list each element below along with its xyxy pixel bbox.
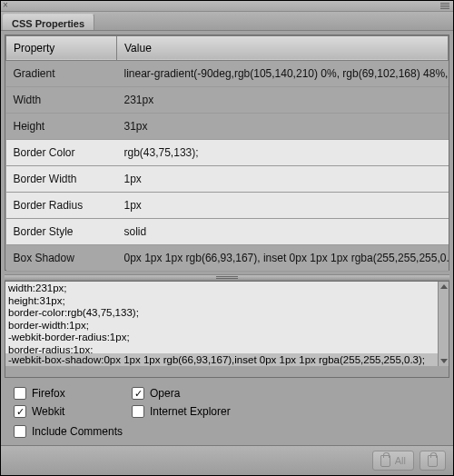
- properties-table: Property Value Gradientlinear-gradient(-…: [5, 35, 449, 272]
- properties-table-wrap: Property Value Gradientlinear-gradient(-…: [5, 35, 449, 271]
- col-property[interactable]: Property: [6, 35, 117, 60]
- checkbox-webkit[interactable]: ✓: [14, 405, 26, 418]
- label-opera: Opera: [150, 387, 180, 400]
- copy-all-label: All: [395, 455, 406, 466]
- clipboard-icon: [380, 455, 390, 467]
- property-name: Border Style: [6, 218, 117, 244]
- property-name: Border Color: [6, 139, 117, 165]
- table-row[interactable]: Border Radius1px: [6, 192, 449, 218]
- tab-css-properties[interactable]: CSS Properties: [3, 14, 94, 30]
- property-name: Border Width: [6, 165, 117, 192]
- property-value: 1px: [117, 165, 449, 192]
- property-name: Height: [6, 113, 117, 139]
- label-firefox: Firefox: [32, 387, 65, 400]
- checkbox-ie[interactable]: [132, 405, 144, 418]
- label-webkit: Webkit: [32, 405, 64, 418]
- label-ie: Internet Explorer: [150, 405, 231, 418]
- table-row[interactable]: Border Stylesolid: [6, 218, 449, 244]
- clipboard-icon: [428, 455, 438, 467]
- table-row[interactable]: Height31px: [6, 113, 449, 139]
- property-value: 1px: [117, 192, 449, 218]
- table-row[interactable]: Border Width1px: [6, 165, 449, 192]
- col-value[interactable]: Value: [117, 35, 449, 60]
- property-name: Width: [6, 86, 117, 113]
- label-include-comments: Include Comments: [32, 425, 123, 438]
- property-name: Box Shadow: [6, 244, 117, 271]
- css-properties-panel: × CSS Properties Property Value Gradient…: [0, 0, 454, 476]
- table-row[interactable]: Gradientlinear-gradient(-90deg,rgb(105,1…: [6, 60, 449, 86]
- tab-bar: CSS Properties: [1, 12, 453, 31]
- bottom-bar: All: [1, 445, 453, 475]
- property-value: 231px: [117, 86, 449, 113]
- splitter-handle[interactable]: [5, 274, 449, 282]
- table-row[interactable]: Border Colorrgb(43,75,133);: [6, 139, 449, 165]
- scrollbar-vertical[interactable]: [438, 282, 449, 366]
- checkbox-include-comments[interactable]: [14, 425, 26, 438]
- include-comments-row: Include Comments: [1, 425, 453, 445]
- property-value: solid: [117, 218, 449, 244]
- property-value: linear-gradient(-90deg,rgb(105,140,210) …: [117, 60, 449, 86]
- css-output[interactable]: [5, 282, 438, 364]
- property-name: Gradient: [6, 60, 117, 86]
- table-row[interactable]: Box Shadow0px 1px 1px rgb(66,93,167), in…: [6, 244, 449, 271]
- browser-checkboxes: Firefox ✓ Opera ✓ Webkit Internet Explor…: [1, 382, 453, 425]
- copy-all-button[interactable]: All: [372, 451, 414, 471]
- panel-top-strip: ×: [1, 1, 453, 12]
- property-value: rgb(43,75,133);: [117, 139, 449, 165]
- panel-menu-icon[interactable]: [440, 3, 449, 10]
- checkbox-firefox[interactable]: [14, 387, 26, 400]
- property-value: 31px: [117, 113, 449, 139]
- copy-button[interactable]: [419, 451, 446, 471]
- checkbox-opera[interactable]: ✓: [132, 387, 144, 400]
- close-icon[interactable]: ×: [3, 0, 8, 10]
- css-output-wrap: -webkit-box-shadow:0px 1px 1px rgb(66,93…: [5, 281, 449, 378]
- table-row[interactable]: Width231px: [6, 86, 449, 113]
- property-name: Border Radius: [6, 192, 117, 218]
- property-value: 0px 1px 1px rgb(66,93,167), inset 0px 1p…: [117, 244, 449, 271]
- css-output-highlight[interactable]: -webkit-box-shadow:0px 1px 1px rgb(66,93…: [5, 353, 438, 366]
